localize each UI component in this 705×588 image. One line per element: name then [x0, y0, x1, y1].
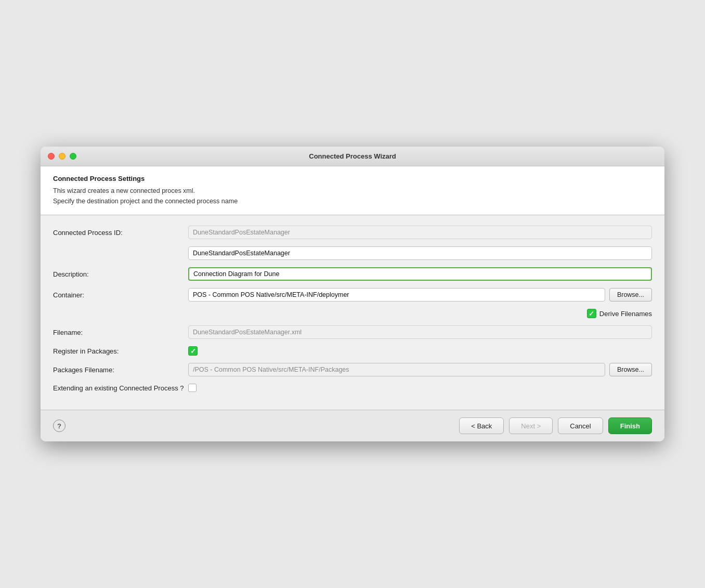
- cancel-button[interactable]: Cancel: [558, 417, 603, 434]
- container-field: Browse...: [188, 288, 652, 302]
- connected-process-id-row: Connected Process ID:: [53, 226, 652, 239]
- titlebar: Connected Process Wizard: [41, 147, 664, 166]
- derive-filenames-checkbox[interactable]: ✓: [587, 309, 596, 318]
- header-desc-line2: Specify the destination project and the …: [53, 196, 652, 206]
- minimize-button[interactable]: [59, 153, 66, 160]
- container-row: Container: Browse...: [53, 288, 652, 302]
- register-packages-checkmark: ✓: [190, 347, 196, 355]
- extending-checkbox[interactable]: [188, 384, 197, 392]
- description-label: Description:: [53, 270, 188, 278]
- traffic-lights: [48, 153, 76, 160]
- footer-right: < Back Next > Cancel Finish: [459, 417, 652, 434]
- packages-filename-input: [188, 363, 605, 376]
- wizard-window: Connected Process Wizard Connected Proce…: [41, 147, 664, 441]
- description-input[interactable]: [188, 267, 652, 281]
- register-packages-field: ✓: [188, 346, 652, 356]
- filename-input: [188, 325, 652, 339]
- connected-process-id-input[interactable]: [188, 246, 652, 260]
- browse-container-button[interactable]: Browse...: [609, 288, 652, 302]
- extending-row: Extending an existing Connected Process …: [53, 384, 652, 392]
- connected-process-id-placeholder-input: [188, 226, 652, 239]
- header-desc-line1: This wizard creates a new connected proc…: [53, 186, 652, 196]
- register-packages-row: Register in Packages: ✓: [53, 346, 652, 356]
- derive-filenames-label: Derive Filenames: [599, 310, 652, 318]
- finish-button[interactable]: Finish: [608, 417, 652, 434]
- packages-filename-field: Browse...: [188, 363, 652, 376]
- extending-field: [188, 384, 652, 392]
- content-area: Connected Process Settings This wizard c…: [41, 166, 664, 441]
- browse-packages-button[interactable]: Browse...: [609, 363, 652, 376]
- extending-label: Extending an existing Connected Process …: [53, 384, 188, 392]
- filename-field: [188, 325, 652, 339]
- connected-process-id-value-field: [188, 246, 652, 260]
- checkbox-checkmark: ✓: [589, 310, 594, 318]
- packages-filename-row: Packages Filename: Browse...: [53, 363, 652, 376]
- register-packages-label: Register in Packages:: [53, 347, 188, 355]
- footer-left: ?: [53, 420, 66, 432]
- form-area: Connected Process ID: Description:: [41, 215, 664, 410]
- close-button[interactable]: [48, 153, 55, 160]
- derive-filenames-row: ✓ Derive Filenames: [53, 309, 652, 318]
- derive-filenames-group: ✓ Derive Filenames: [587, 309, 652, 318]
- maximize-button[interactable]: [70, 153, 76, 160]
- filename-label: Filename:: [53, 329, 188, 336]
- window-title: Connected Process Wizard: [309, 152, 396, 160]
- connected-process-id-label: Connected Process ID:: [53, 229, 188, 237]
- description-row: Description:: [53, 267, 652, 281]
- back-button[interactable]: < Back: [459, 417, 504, 434]
- register-packages-checkbox[interactable]: ✓: [188, 346, 198, 356]
- filename-row: Filename:: [53, 325, 652, 339]
- connected-process-id-field: [188, 226, 652, 239]
- header-section: Connected Process Settings This wizard c…: [41, 166, 664, 215]
- header-title: Connected Process Settings: [53, 175, 652, 182]
- packages-filename-label: Packages Filename:: [53, 366, 188, 374]
- next-button[interactable]: Next >: [509, 417, 553, 434]
- container-label: Container:: [53, 291, 188, 299]
- footer: ? < Back Next > Cancel Finish: [41, 410, 664, 441]
- help-button[interactable]: ?: [53, 420, 66, 432]
- connected-process-id-value-row: [53, 246, 652, 260]
- container-input[interactable]: [188, 288, 605, 302]
- description-field: [188, 267, 652, 281]
